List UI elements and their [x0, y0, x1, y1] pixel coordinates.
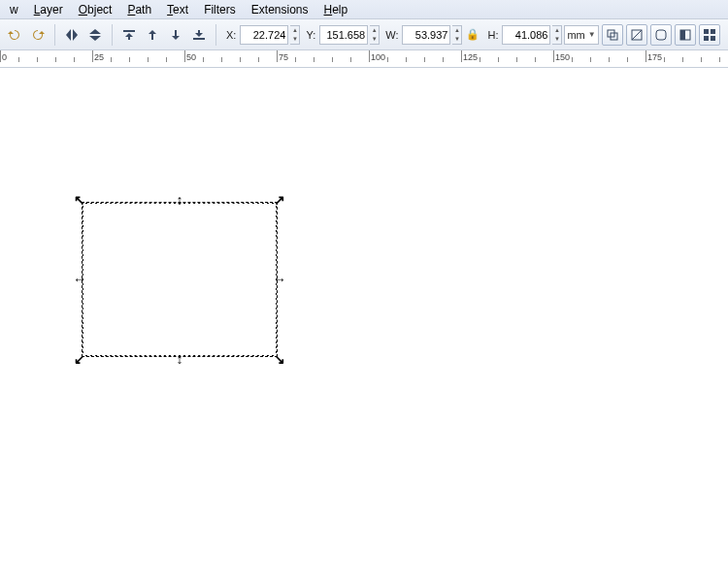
- lower-button[interactable]: [165, 23, 186, 47]
- svg-rect-9: [711, 29, 715, 34]
- menu-extensions[interactable]: Extensions: [244, 2, 316, 17]
- affect-scale-button[interactable]: [626, 24, 647, 46]
- w-input[interactable]: [402, 25, 450, 45]
- svg-rect-10: [704, 36, 709, 41]
- ruler-tick-minor: [221, 57, 222, 62]
- ruler-tick-minor: [609, 57, 610, 62]
- resize-handle-ne[interactable]: ↗: [273, 193, 286, 207]
- lower-to-bottom-button[interactable]: [188, 23, 210, 47]
- ruler-tick-minor: [682, 57, 683, 62]
- ruler-tick-minor: [664, 57, 665, 62]
- h-spinner[interactable]: ▲▼: [552, 25, 562, 45]
- ruler-tick-minor: [148, 57, 149, 62]
- ruler-tick-minor: [18, 57, 19, 62]
- svg-rect-5: [656, 30, 666, 40]
- svg-rect-11: [711, 36, 715, 41]
- affect-gradient-button[interactable]: [675, 24, 696, 46]
- svg-rect-0: [123, 30, 135, 32]
- unit-value: mm: [567, 29, 584, 41]
- resize-handle-s[interactable]: ↕: [173, 352, 186, 366]
- resize-handle-w[interactable]: ↔: [73, 273, 86, 286]
- unit-select[interactable]: mm ▼: [564, 25, 598, 45]
- resize-handle-se[interactable]: ↘: [273, 352, 286, 366]
- ruler-tick-minor: [424, 57, 425, 62]
- rotate-cw-button[interactable]: [27, 23, 49, 47]
- chevron-down-icon: ▼: [588, 30, 596, 39]
- menu-text[interactable]: Text: [159, 2, 196, 17]
- y-spinner[interactable]: ▲▼: [370, 25, 380, 45]
- resize-handle-sw[interactable]: ↙: [73, 352, 86, 366]
- ruler-tick-minor: [350, 57, 351, 62]
- tool-options-bar: X: ▲▼ Y: ▲▼ W: ▲▼ 🔒 H: ▲▼ mm ▼: [0, 19, 728, 50]
- menu-object[interactable]: Object: [71, 2, 120, 17]
- flip-horizontal-button[interactable]: [61, 23, 83, 47]
- ruler-tick-minor: [111, 57, 112, 62]
- ruler-tick-minor: [129, 57, 130, 62]
- x-input[interactable]: [240, 25, 288, 45]
- h-label: H:: [487, 29, 498, 41]
- menu-bar: w Layer Object Path Text Filters Extensi…: [0, 0, 728, 19]
- ruler-label: 25: [94, 52, 104, 62]
- ruler-tick-minor: [701, 57, 702, 62]
- x-label: X:: [226, 29, 236, 41]
- ruler-tick-minor: [37, 57, 38, 62]
- selected-rectangle[interactable]: [83, 203, 277, 356]
- x-spinner[interactable]: ▲▼: [290, 25, 300, 45]
- lock-aspect-icon[interactable]: 🔒: [464, 28, 481, 41]
- menu-view[interactable]: w: [2, 2, 26, 17]
- rotate-ccw-button[interactable]: [4, 23, 25, 47]
- canvas[interactable]: ↖ ↕ ↗ ↔ ↔ ↙ ↕ ↘: [0, 68, 728, 586]
- w-label: W:: [385, 29, 398, 41]
- ruler-tick-minor: [314, 57, 314, 62]
- affect-corners-button[interactable]: [650, 24, 672, 46]
- svg-rect-7: [680, 30, 685, 40]
- ruler-tick-minor: [258, 57, 259, 62]
- y-label: Y:: [306, 29, 315, 41]
- ruler-tick-minor: [74, 57, 75, 62]
- ruler-tick-major: [553, 50, 554, 62]
- ruler-tick-minor: [498, 57, 499, 62]
- ruler-label: 100: [371, 52, 385, 62]
- svg-rect-8: [704, 29, 709, 34]
- ruler-tick-minor: [572, 57, 573, 62]
- resize-handle-e[interactable]: ↔: [273, 273, 286, 286]
- ruler-tick-minor: [387, 57, 388, 62]
- separator: [54, 24, 55, 46]
- h-input[interactable]: [502, 25, 550, 45]
- flip-vertical-button[interactable]: [84, 23, 106, 47]
- raise-button[interactable]: [142, 23, 163, 47]
- ruler-tick-major: [0, 50, 1, 62]
- menu-path[interactable]: Path: [119, 2, 159, 17]
- ruler-tick-major: [461, 50, 462, 62]
- y-input[interactable]: [319, 25, 368, 45]
- resize-handle-n[interactable]: ↕: [173, 193, 186, 207]
- menu-filters[interactable]: Filters: [196, 2, 244, 17]
- ruler-tick-major: [277, 50, 278, 62]
- ruler-label: 125: [463, 52, 478, 62]
- ruler-tick-minor: [627, 57, 628, 62]
- raise-to-top-button[interactable]: [118, 23, 140, 47]
- ruler-tick-major: [92, 50, 93, 62]
- ruler-tick-minor: [203, 57, 204, 62]
- separator: [112, 24, 113, 46]
- menu-layer[interactable]: Layer: [26, 2, 71, 17]
- ruler-tick-minor: [406, 57, 407, 62]
- resize-handle-nw[interactable]: ↖: [73, 193, 86, 207]
- w-spinner[interactable]: ▲▼: [452, 25, 462, 45]
- ruler-tick-minor: [590, 57, 591, 62]
- ruler-tick-major: [369, 50, 370, 62]
- affect-pattern-button[interactable]: [699, 24, 720, 46]
- ruler-tick-minor: [295, 57, 296, 62]
- ruler-tick-minor: [240, 57, 241, 62]
- ruler-tick-minor: [480, 57, 480, 62]
- ruler-tick-minor: [332, 57, 333, 62]
- horizontal-ruler[interactable]: 0255075100125150175: [0, 50, 728, 68]
- ruler-tick-major: [645, 50, 646, 62]
- ruler-tick-minor: [55, 57, 56, 62]
- affect-move-button[interactable]: [602, 24, 623, 46]
- ruler-tick-minor: [443, 57, 444, 62]
- menu-help[interactable]: Help: [316, 2, 356, 17]
- ruler-label: 50: [186, 52, 196, 62]
- ruler-label: 150: [555, 52, 570, 62]
- svg-rect-1: [193, 38, 205, 40]
